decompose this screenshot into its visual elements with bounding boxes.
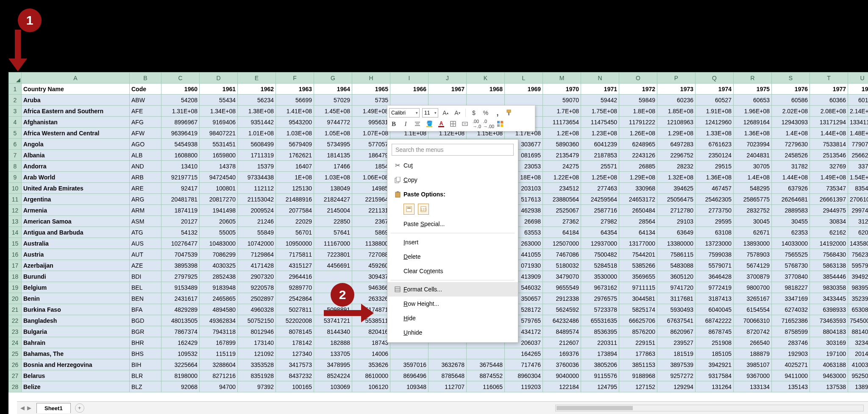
cell[interactable]: 16407	[276, 161, 314, 172]
cell[interactable]: 109532	[161, 348, 200, 359]
cell[interactable]: 277463	[581, 183, 619, 194]
cell[interactable]: Belize	[22, 381, 130, 392]
cell[interactable]: 820416	[352, 326, 390, 337]
cell[interactable]: 9673162	[581, 282, 619, 293]
cell[interactable]: 167899	[200, 337, 238, 348]
cell[interactable]: 459260	[352, 260, 390, 271]
cell[interactable]: 9169406	[200, 117, 238, 128]
row-header[interactable]: 10	[9, 183, 22, 194]
align-center-icon[interactable]	[413, 119, 422, 129]
conditional-format-icon[interactable]	[496, 119, 505, 129]
borders-icon[interactable]	[448, 119, 458, 129]
cell[interactable]: 2964416	[276, 271, 314, 282]
cell[interactable]: 3851153	[619, 359, 657, 370]
cell[interactable]: 1977	[810, 84, 848, 95]
increase-decimal-icon[interactable]: .0→.00	[484, 119, 493, 129]
cell[interactable]: 1814135	[314, 150, 352, 161]
cell[interactable]: 2296752	[657, 150, 696, 161]
cell[interactable]: BLR	[130, 370, 161, 381]
cell[interactable]: 394625	[657, 183, 696, 194]
cell[interactable]: 548295	[734, 183, 772, 194]
cell[interactable]: 68742222	[696, 315, 734, 326]
cell[interactable]: 5825174	[619, 304, 657, 315]
cell[interactable]: 8758599	[772, 326, 810, 337]
menu-insert[interactable]: Insert	[387, 235, 518, 249]
cell[interactable]: 5957927	[848, 260, 868, 271]
cell[interactable]: 2852438	[200, 271, 238, 282]
cell[interactable]: AGO	[130, 139, 161, 150]
cell[interactable]: 60586	[772, 95, 810, 106]
cell[interactable]: 182888	[314, 337, 352, 348]
cell[interactable]: Azerbaijan	[22, 260, 130, 271]
cell[interactable]: 3805206	[581, 359, 619, 370]
cell[interactable]: 7599038	[696, 249, 734, 260]
cell[interactable]: Belarus	[22, 370, 130, 381]
menu-hide[interactable]: Hide	[387, 311, 518, 325]
cell[interactable]: 8144340	[314, 326, 352, 337]
cell[interactable]: 8437232	[276, 370, 314, 381]
cell[interactable]: 9543200	[276, 117, 314, 128]
cell[interactable]: Afghanistan	[22, 117, 130, 128]
cell[interactable]: 13171294	[810, 117, 848, 128]
cell[interactable]: 4894580	[200, 304, 238, 315]
paste-values-icon[interactable]: 123	[418, 204, 429, 215]
cell[interactable]: 7279630	[772, 139, 810, 150]
cell[interactable]: AFE	[130, 106, 161, 117]
cell[interactable]: 97392	[238, 381, 276, 392]
cell[interactable]: Armenia	[22, 205, 130, 216]
cell[interactable]: 7500482	[581, 249, 619, 260]
cell[interactable]: 5890360	[543, 139, 581, 150]
cell[interactable]: 62671	[734, 227, 772, 238]
row-header[interactable]: 20	[9, 293, 22, 304]
cell[interactable]: 4063188	[810, 359, 848, 370]
row-header[interactable]: 19	[9, 282, 22, 293]
cell[interactable]: 64134	[619, 227, 657, 238]
col-header-H[interactable]: H	[352, 73, 390, 84]
cell[interactable]: 55849	[238, 227, 276, 238]
cell[interactable]: 1.07E+08	[352, 128, 390, 139]
row-header[interactable]: 24	[9, 337, 22, 348]
cell[interactable]: 8489574	[543, 326, 581, 337]
cell[interactable]: 3225664	[161, 359, 200, 370]
cell[interactable]: ARG	[130, 194, 161, 205]
cell[interactable]: 56701	[276, 227, 314, 238]
cell[interactable]: 1.38E+08	[238, 106, 276, 117]
add-sheet-button[interactable]: +	[75, 403, 84, 413]
cell[interactable]: 60102	[848, 95, 868, 106]
cell[interactable]: 1962	[238, 84, 276, 95]
cell[interactable]	[390, 348, 428, 359]
cell[interactable]: 1.29E+08	[657, 128, 696, 139]
cell[interactable]: 13341199	[848, 117, 868, 128]
row-header[interactable]: 4	[9, 117, 22, 128]
cell[interactable]: 135143	[772, 381, 810, 392]
cell[interactable]: 20127	[161, 216, 200, 227]
cell[interactable]: 133705	[314, 348, 352, 359]
col-header-K[interactable]: K	[467, 73, 505, 84]
cell[interactable]: 177863	[619, 348, 657, 359]
cell[interactable]: 303169	[810, 337, 848, 348]
col-header-R[interactable]: R	[734, 73, 772, 84]
cell[interactable]	[467, 95, 505, 106]
cell[interactable]	[428, 95, 467, 106]
cell[interactable]: 6530820	[848, 304, 868, 315]
cell[interactable]: 127152	[619, 381, 657, 392]
cell[interactable]: 1.36E+08	[734, 128, 772, 139]
cell[interactable]: 2944975	[810, 205, 848, 216]
cell[interactable]: 1941498	[200, 205, 238, 216]
cell[interactable]: 129294	[657, 381, 696, 392]
cell[interactable]: 2458526	[772, 150, 810, 161]
cell[interactable]: 9655549	[543, 282, 581, 293]
cell[interactable]: 9411000	[772, 370, 810, 381]
cell[interactable]: 92417	[161, 183, 200, 194]
decrease-font-icon[interactable]: A▾	[453, 108, 462, 117]
cell[interactable]: 7223801	[314, 249, 352, 260]
row-header[interactable]: 11	[9, 194, 22, 205]
cell[interactable]: 1.06E+08	[352, 172, 390, 183]
cell[interactable]: 9830358	[810, 282, 848, 293]
cell[interactable]: 2650484	[619, 205, 657, 216]
cell[interactable]: 1.49E+08	[810, 172, 848, 183]
cell[interactable]: 94700	[200, 381, 238, 392]
cell[interactable]: 49362834	[200, 315, 238, 326]
font-size-dropdown[interactable]: 11	[422, 108, 438, 117]
cell[interactable]: 5734995	[314, 139, 352, 150]
